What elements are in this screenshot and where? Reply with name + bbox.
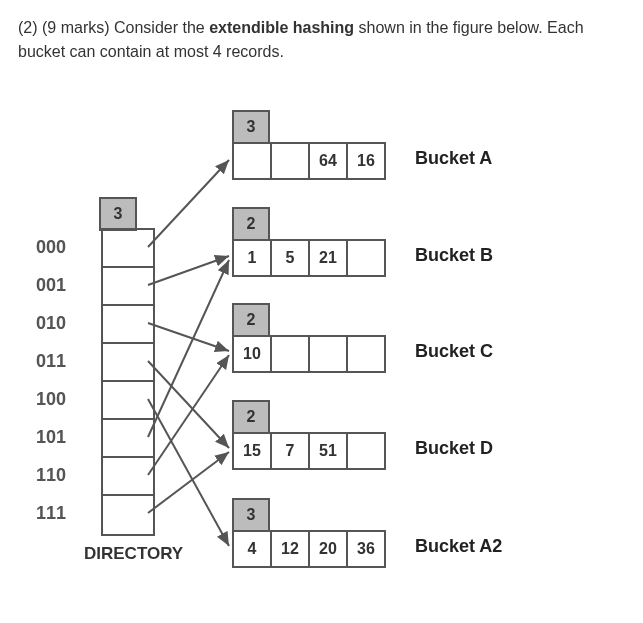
bucket-cell — [308, 335, 348, 373]
bucket-cells: 15 7 51 — [232, 432, 386, 470]
bucket-cell — [232, 142, 272, 180]
bucket-c: 2 10 — [232, 303, 386, 373]
bucket-b: 2 1 5 21 — [232, 207, 386, 277]
bucket-cell: 12 — [270, 530, 310, 568]
question-bold: extendible hashing — [209, 19, 354, 36]
bucket-cell: 15 — [232, 432, 272, 470]
bucket-label: Bucket D — [415, 438, 493, 459]
bucket-local-depth: 3 — [232, 110, 270, 144]
bucket-d: 2 15 7 51 — [232, 400, 386, 470]
dir-label: 110 — [36, 456, 66, 494]
question-text: (2) (9 marks) Consider the extendible ha… — [18, 16, 625, 64]
bucket-cell — [346, 239, 386, 277]
svg-line-5 — [148, 260, 229, 437]
bucket-cells: 1 5 21 — [232, 239, 386, 277]
svg-line-7 — [148, 452, 229, 513]
directory-global-depth: 3 — [99, 197, 137, 231]
bucket-cell: 7 — [270, 432, 310, 470]
bucket-cell: 51 — [308, 432, 348, 470]
dir-label: 010 — [36, 304, 66, 342]
directory-slot — [103, 306, 153, 344]
bucket-a2: 3 4 12 20 36 — [232, 498, 386, 568]
directory-caption: DIRECTORY — [84, 544, 183, 564]
directory-slot — [103, 268, 153, 306]
bucket-label: Bucket C — [415, 341, 493, 362]
question-prefix: (2) (9 marks) Consider the — [18, 19, 209, 36]
directory-index-labels: 000 001 010 011 100 101 110 111 — [36, 228, 66, 532]
dir-label: 001 — [36, 266, 66, 304]
bucket-cells: 4 12 20 36 — [232, 530, 386, 568]
bucket-local-depth: 2 — [232, 303, 270, 337]
bucket-cell — [270, 335, 310, 373]
bucket-cells: 10 — [232, 335, 386, 373]
bucket-cell: 21 — [308, 239, 348, 277]
bucket-local-depth: 2 — [232, 400, 270, 434]
bucket-cells: 64 16 — [232, 142, 386, 180]
directory-table — [101, 228, 155, 536]
bucket-cell: 20 — [308, 530, 348, 568]
bucket-cell: 16 — [346, 142, 386, 180]
bucket-cell — [346, 432, 386, 470]
hashing-diagram: 3 000 001 010 011 100 101 110 111 DIRECT… — [0, 70, 643, 610]
bucket-cell — [270, 142, 310, 180]
directory-slot — [103, 344, 153, 382]
bucket-label: Bucket A2 — [415, 536, 502, 557]
svg-line-4 — [148, 399, 229, 546]
dir-label: 101 — [36, 418, 66, 456]
bucket-a: 3 64 16 — [232, 110, 386, 180]
dir-label: 000 — [36, 228, 66, 266]
bucket-cell: 1 — [232, 239, 272, 277]
directory-slot — [103, 458, 153, 496]
bucket-label: Bucket B — [415, 245, 493, 266]
bucket-local-depth: 3 — [232, 498, 270, 532]
dir-label: 100 — [36, 380, 66, 418]
svg-line-1 — [148, 256, 229, 285]
svg-line-6 — [148, 355, 229, 475]
bucket-label: Bucket A — [415, 148, 492, 169]
bucket-cell: 10 — [232, 335, 272, 373]
directory-slot — [103, 420, 153, 458]
svg-line-2 — [148, 323, 229, 351]
bucket-cell: 36 — [346, 530, 386, 568]
svg-line-0 — [148, 160, 229, 247]
directory-slot — [103, 382, 153, 420]
directory-slot — [103, 496, 153, 534]
dir-label: 011 — [36, 342, 66, 380]
svg-line-3 — [148, 361, 229, 448]
bucket-cell: 5 — [270, 239, 310, 277]
bucket-cell: 4 — [232, 530, 272, 568]
bucket-cell: 64 — [308, 142, 348, 180]
bucket-local-depth: 2 — [232, 207, 270, 241]
directory-slot — [103, 230, 153, 268]
dir-label: 111 — [36, 494, 66, 532]
bucket-cell — [346, 335, 386, 373]
